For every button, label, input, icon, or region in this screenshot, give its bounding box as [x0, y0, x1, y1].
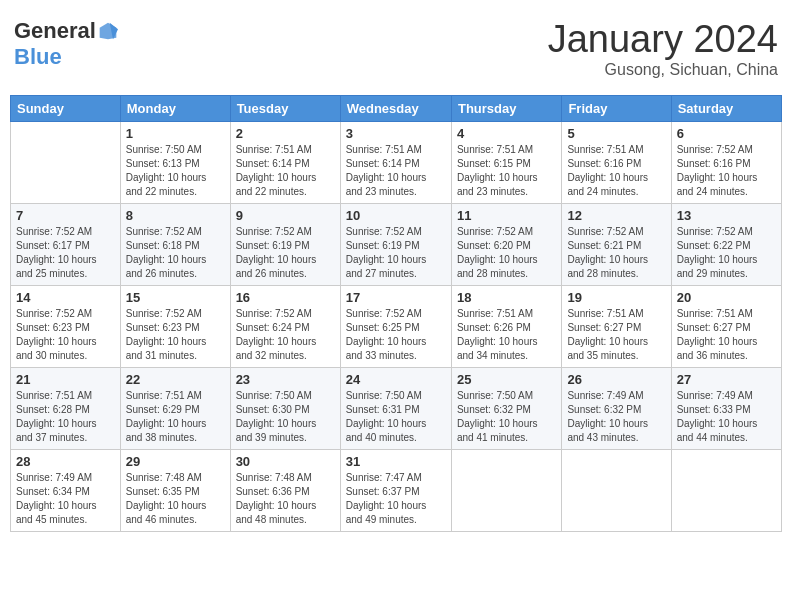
day-number: 27: [677, 372, 776, 387]
title-section: January 2024 Gusong, Sichuan, China: [548, 18, 778, 79]
calendar-week-row: 14Sunrise: 7:52 AM Sunset: 6:23 PM Dayli…: [11, 286, 782, 368]
day-info: Sunrise: 7:52 AM Sunset: 6:23 PM Dayligh…: [126, 307, 225, 363]
day-info: Sunrise: 7:52 AM Sunset: 6:25 PM Dayligh…: [346, 307, 446, 363]
day-number: 6: [677, 126, 776, 141]
day-info: Sunrise: 7:49 AM Sunset: 6:33 PM Dayligh…: [677, 389, 776, 445]
calendar-cell: 23Sunrise: 7:50 AM Sunset: 6:30 PM Dayli…: [230, 368, 340, 450]
calendar-cell: 8Sunrise: 7:52 AM Sunset: 6:18 PM Daylig…: [120, 204, 230, 286]
day-number: 30: [236, 454, 335, 469]
column-header-wednesday: Wednesday: [340, 96, 451, 122]
calendar-cell: 26Sunrise: 7:49 AM Sunset: 6:32 PM Dayli…: [562, 368, 671, 450]
day-number: 12: [567, 208, 665, 223]
day-number: 22: [126, 372, 225, 387]
calendar-header-row: SundayMondayTuesdayWednesdayThursdayFrid…: [11, 96, 782, 122]
calendar-cell: 9Sunrise: 7:52 AM Sunset: 6:19 PM Daylig…: [230, 204, 340, 286]
calendar-cell: 10Sunrise: 7:52 AM Sunset: 6:19 PM Dayli…: [340, 204, 451, 286]
day-number: 14: [16, 290, 115, 305]
calendar-cell: 1Sunrise: 7:50 AM Sunset: 6:13 PM Daylig…: [120, 122, 230, 204]
day-number: 1: [126, 126, 225, 141]
day-info: Sunrise: 7:52 AM Sunset: 6:16 PM Dayligh…: [677, 143, 776, 199]
day-number: 31: [346, 454, 446, 469]
column-header-saturday: Saturday: [671, 96, 781, 122]
day-info: Sunrise: 7:49 AM Sunset: 6:34 PM Dayligh…: [16, 471, 115, 527]
calendar-table: SundayMondayTuesdayWednesdayThursdayFrid…: [10, 95, 782, 532]
day-number: 24: [346, 372, 446, 387]
day-info: Sunrise: 7:52 AM Sunset: 6:19 PM Dayligh…: [236, 225, 335, 281]
logo-blue-text: Blue: [14, 44, 62, 70]
day-info: Sunrise: 7:47 AM Sunset: 6:37 PM Dayligh…: [346, 471, 446, 527]
day-number: 9: [236, 208, 335, 223]
calendar-cell: 15Sunrise: 7:52 AM Sunset: 6:23 PM Dayli…: [120, 286, 230, 368]
calendar-cell: 27Sunrise: 7:49 AM Sunset: 6:33 PM Dayli…: [671, 368, 781, 450]
logo: General Blue: [14, 18, 118, 70]
day-number: 25: [457, 372, 556, 387]
day-info: Sunrise: 7:51 AM Sunset: 6:26 PM Dayligh…: [457, 307, 556, 363]
day-number: 23: [236, 372, 335, 387]
day-info: Sunrise: 7:50 AM Sunset: 6:32 PM Dayligh…: [457, 389, 556, 445]
day-number: 15: [126, 290, 225, 305]
calendar-cell: 25Sunrise: 7:50 AM Sunset: 6:32 PM Dayli…: [451, 368, 561, 450]
day-info: Sunrise: 7:52 AM Sunset: 6:18 PM Dayligh…: [126, 225, 225, 281]
day-number: 5: [567, 126, 665, 141]
day-number: 7: [16, 208, 115, 223]
calendar-cell: 12Sunrise: 7:52 AM Sunset: 6:21 PM Dayli…: [562, 204, 671, 286]
calendar-cell: 29Sunrise: 7:48 AM Sunset: 6:35 PM Dayli…: [120, 450, 230, 532]
calendar-week-row: 7Sunrise: 7:52 AM Sunset: 6:17 PM Daylig…: [11, 204, 782, 286]
day-info: Sunrise: 7:52 AM Sunset: 6:20 PM Dayligh…: [457, 225, 556, 281]
calendar-cell: [451, 450, 561, 532]
logo-icon: [98, 21, 118, 41]
calendar-cell: 2Sunrise: 7:51 AM Sunset: 6:14 PM Daylig…: [230, 122, 340, 204]
day-info: Sunrise: 7:52 AM Sunset: 6:21 PM Dayligh…: [567, 225, 665, 281]
calendar-cell: 3Sunrise: 7:51 AM Sunset: 6:14 PM Daylig…: [340, 122, 451, 204]
calendar-cell: [671, 450, 781, 532]
day-number: 29: [126, 454, 225, 469]
location: Gusong, Sichuan, China: [548, 61, 778, 79]
day-number: 4: [457, 126, 556, 141]
calendar-cell: 20Sunrise: 7:51 AM Sunset: 6:27 PM Dayli…: [671, 286, 781, 368]
day-number: 20: [677, 290, 776, 305]
calendar-cell: 18Sunrise: 7:51 AM Sunset: 6:26 PM Dayli…: [451, 286, 561, 368]
calendar-week-row: 21Sunrise: 7:51 AM Sunset: 6:28 PM Dayli…: [11, 368, 782, 450]
day-number: 26: [567, 372, 665, 387]
calendar-cell: 5Sunrise: 7:51 AM Sunset: 6:16 PM Daylig…: [562, 122, 671, 204]
day-info: Sunrise: 7:51 AM Sunset: 6:14 PM Dayligh…: [236, 143, 335, 199]
day-info: Sunrise: 7:50 AM Sunset: 6:31 PM Dayligh…: [346, 389, 446, 445]
calendar-cell: 22Sunrise: 7:51 AM Sunset: 6:29 PM Dayli…: [120, 368, 230, 450]
logo-general-text: General: [14, 18, 96, 44]
day-info: Sunrise: 7:48 AM Sunset: 6:35 PM Dayligh…: [126, 471, 225, 527]
column-header-sunday: Sunday: [11, 96, 121, 122]
day-info: Sunrise: 7:48 AM Sunset: 6:36 PM Dayligh…: [236, 471, 335, 527]
day-info: Sunrise: 7:51 AM Sunset: 6:27 PM Dayligh…: [677, 307, 776, 363]
day-number: 19: [567, 290, 665, 305]
day-number: 10: [346, 208, 446, 223]
column-header-tuesday: Tuesday: [230, 96, 340, 122]
month-title: January 2024: [548, 18, 778, 61]
calendar-cell: 4Sunrise: 7:51 AM Sunset: 6:15 PM Daylig…: [451, 122, 561, 204]
calendar-cell: [562, 450, 671, 532]
calendar-cell: 19Sunrise: 7:51 AM Sunset: 6:27 PM Dayli…: [562, 286, 671, 368]
calendar-cell: 28Sunrise: 7:49 AM Sunset: 6:34 PM Dayli…: [11, 450, 121, 532]
day-number: 18: [457, 290, 556, 305]
day-info: Sunrise: 7:51 AM Sunset: 6:29 PM Dayligh…: [126, 389, 225, 445]
calendar-cell: 21Sunrise: 7:51 AM Sunset: 6:28 PM Dayli…: [11, 368, 121, 450]
day-number: 2: [236, 126, 335, 141]
day-number: 17: [346, 290, 446, 305]
day-info: Sunrise: 7:51 AM Sunset: 6:27 PM Dayligh…: [567, 307, 665, 363]
day-number: 16: [236, 290, 335, 305]
calendar-cell: 14Sunrise: 7:52 AM Sunset: 6:23 PM Dayli…: [11, 286, 121, 368]
day-info: Sunrise: 7:52 AM Sunset: 6:19 PM Dayligh…: [346, 225, 446, 281]
day-info: Sunrise: 7:50 AM Sunset: 6:30 PM Dayligh…: [236, 389, 335, 445]
calendar-cell: 6Sunrise: 7:52 AM Sunset: 6:16 PM Daylig…: [671, 122, 781, 204]
day-info: Sunrise: 7:50 AM Sunset: 6:13 PM Dayligh…: [126, 143, 225, 199]
column-header-thursday: Thursday: [451, 96, 561, 122]
calendar-cell: 30Sunrise: 7:48 AM Sunset: 6:36 PM Dayli…: [230, 450, 340, 532]
day-number: 21: [16, 372, 115, 387]
day-number: 8: [126, 208, 225, 223]
calendar-cell: 7Sunrise: 7:52 AM Sunset: 6:17 PM Daylig…: [11, 204, 121, 286]
day-info: Sunrise: 7:52 AM Sunset: 6:17 PM Dayligh…: [16, 225, 115, 281]
page-header: General Blue January 2024 Gusong, Sichua…: [10, 10, 782, 87]
calendar-cell: [11, 122, 121, 204]
calendar-week-row: 28Sunrise: 7:49 AM Sunset: 6:34 PM Dayli…: [11, 450, 782, 532]
day-number: 28: [16, 454, 115, 469]
day-info: Sunrise: 7:52 AM Sunset: 6:24 PM Dayligh…: [236, 307, 335, 363]
